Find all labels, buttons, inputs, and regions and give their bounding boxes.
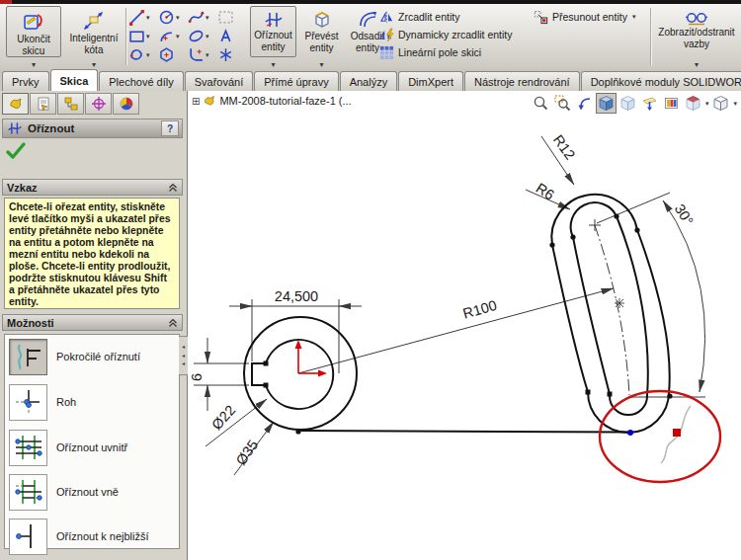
appearance-button[interactable] [661,93,682,114]
previous-view-button[interactable] [574,93,595,114]
move-entities-button[interactable]: Přesunout entity [534,8,635,26]
dim-outer-diameter[interactable]: Ø35 [232,437,261,468]
fillet-icon [188,46,205,63]
arm-inner-right[interactable] [617,216,648,396]
trim-entities-button[interactable]: Oříznout entity [250,6,296,57]
glasses-icon [685,9,708,27]
dimxpert-manager-tab[interactable] [85,93,112,115]
freeform-spline-tool[interactable] [128,46,158,63]
text-a-icon [217,28,234,44]
sketch-canvas[interactable]: 24,500 6 Ø22 Ø35 R100 R12 R6 30° [188,91,741,560]
fillet-tool[interactable] [188,46,217,63]
mirror-entities-button[interactable]: Zrcadlit entity [379,8,513,26]
property-manager-tab[interactable] [30,93,56,115]
zoom-fit-icon [533,95,549,112]
tree-expand-toggle[interactable]: ⊞ [192,96,200,107]
dim-keyway[interactable]: 6 [189,373,205,381]
option-trim-to-closest[interactable]: Oříznout k nejbližší [9,517,177,556]
power-trim-icon [9,339,47,375]
display-manager-tab[interactable] [113,93,139,115]
message-section-header[interactable]: Vzkaz [2,179,183,196]
property-manager-header: Oříznout ? [2,119,183,138]
circle-tool[interactable] [158,9,188,26]
display-delete-relations-label: Zobrazit/odstranit vazby [656,27,737,49]
move-entities-dropdown[interactable] [632,13,636,21]
ellipse-tool[interactable] [188,28,217,44]
ok-button[interactable] [6,142,26,164]
line-icon [128,9,145,26]
upper-inner-cap[interactable] [571,202,617,237]
tab-svarovani[interactable]: Svařování [185,71,254,91]
keyway[interactable] [252,363,266,385]
collapse-chevron-icon [168,318,178,328]
option-trim-away-outside[interactable]: Oříznout vně [9,472,177,512]
closed-spline-icon [128,46,145,63]
bottom-tangent-line[interactable] [301,431,629,433]
sketch-text-tool[interactable] [217,28,247,44]
mirror-sketch-tool[interactable] [217,9,247,26]
wireframe-view-button[interactable] [618,93,638,114]
line-tool[interactable] [128,9,158,26]
dim-inner-end-radius[interactable]: R6 [534,180,557,203]
spline-tool[interactable] [188,9,217,26]
convert-entities-button[interactable]: Převést entity [299,6,344,57]
appearance-icon [663,95,680,112]
view-orientation-button[interactable] [683,93,703,114]
tab-doplnkove-moduly[interactable]: Doplňkové moduly SOLIDWORKS [581,71,741,91]
linear-pattern-button[interactable]: Lineární pole skici [379,43,513,61]
move-entities-icon [534,10,548,25]
selected-point[interactable] [627,430,633,436]
shaded-view-button[interactable] [596,93,617,114]
tab-nastroje-rendrovani[interactable]: Nástroje rendrování [464,71,580,91]
options-section-header[interactable]: Možnosti [2,314,183,331]
zoom-to-area-button[interactable] [552,93,573,114]
dim-width[interactable]: 24,500 [275,288,318,304]
asterisk-icon [217,46,234,63]
configuration-manager-tab[interactable] [57,93,84,115]
tab-dimxpert[interactable]: DimXpert [398,71,463,91]
point-tool[interactable] [217,46,247,63]
ribbon-separator [125,8,126,65]
arm-inner-left[interactable] [573,237,610,394]
dimxpert-manager-icon [91,96,107,112]
tab-analyzy[interactable]: Analýzy [340,71,398,91]
dim-angle[interactable]: 30° [672,201,697,228]
tree-root-label[interactable]: MM-2008-tutorial-faze-1 (... [219,95,351,107]
tab-prime-upravy[interactable]: Přímé úpravy [254,71,338,91]
zoom-to-fit-button[interactable] [531,93,551,114]
dim-outer-end-radius[interactable]: R12 [550,132,579,163]
dynamic-mirror-button[interactable]: Dynamicky zrcadlit entity [379,26,513,43]
feature-manager-tab[interactable] [2,93,29,115]
display-style-dropdown[interactable] [733,100,737,108]
polygon-tool[interactable] [158,46,188,63]
display-delete-relations-button[interactable]: Zobrazit/odstranit vazby [656,6,737,57]
linear-pattern-icon [379,45,394,60]
exit-sketch-button[interactable]: Ukončit skicu [6,6,61,57]
option-corner[interactable]: Roh [9,382,177,422]
dim-arc-radius[interactable]: R100 [461,297,499,322]
tab-plechove-dily[interactable]: Plechové díly [99,71,183,91]
help-button[interactable]: ? [161,120,179,136]
display-style-button[interactable] [710,93,731,114]
section-view-button[interactable] [639,93,660,114]
arm-outer-left[interactable] [552,245,588,392]
panel-tab-strip [2,93,139,115]
display-manager-icon [119,96,134,112]
dim-inner-diameter[interactable]: Ø22 [208,402,238,433]
option-label: Oříznout vně [56,486,119,498]
sketch-geometry[interactable] [244,195,670,433]
graphics-area[interactable]: 24,500 6 Ø22 Ø35 R100 R12 R6 30° ⊞ MM-20… [188,91,741,560]
smart-dimension-button[interactable]: Inteligentní kóta [65,6,123,57]
arc-tool[interactable] [158,28,188,44]
option-power-trim[interactable]: Pokročilé oříznutí [9,337,177,376]
option-label: Oříznout k nejbližší [56,530,149,542]
tab-skica[interactable]: Skica [50,69,99,91]
view-orientation-dropdown[interactable] [705,100,709,108]
option-trim-away-inside[interactable]: Oříznout uvnitř [9,428,177,467]
mirror-entities-icon [379,10,394,25]
dashed-rect-icon [217,9,234,26]
trim-cursor [673,429,681,437]
convert-entities-icon [311,9,333,31]
rectangle-tool[interactable] [128,28,158,44]
tab-prvky[interactable]: Prvky [2,71,49,91]
